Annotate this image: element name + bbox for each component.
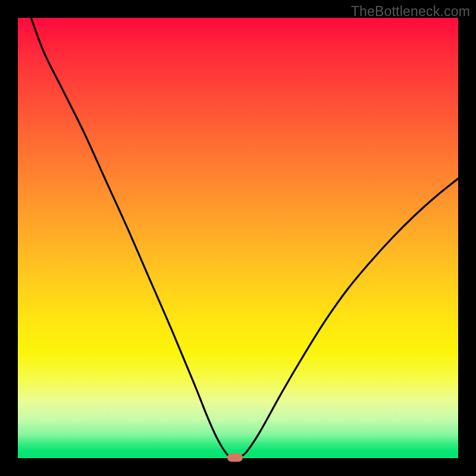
chart-frame: TheBottleneck.com [0,0,476,476]
bottleneck-curve [18,18,458,458]
minimum-marker [227,453,243,462]
curve-right-branch [240,178,458,457]
curve-left-branch [31,18,231,458]
watermark-text: TheBottleneck.com [351,4,470,20]
plot-area [18,18,458,458]
